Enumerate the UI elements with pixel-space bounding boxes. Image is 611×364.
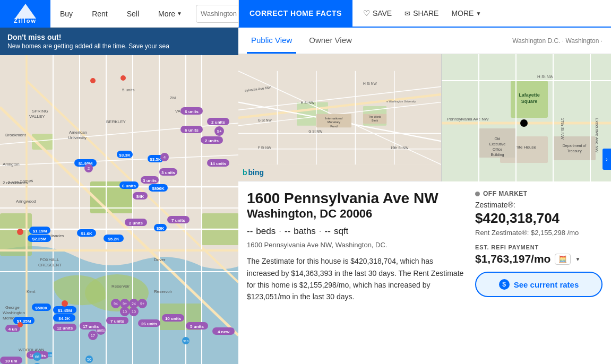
svg-text:Pennsylvania Ave NW: Pennsylvania Ave NW — [447, 117, 489, 122]
svg-text:6 units: 6 units — [185, 109, 199, 114]
pricing-sidebar: OFF MARKET Zestimate®: $420,318,704 Rent… — [475, 190, 603, 303]
nav-more[interactable]: More ▼ — [149, 0, 192, 27]
svg-text:George: George — [5, 305, 20, 310]
svg-text:Executive: Executive — [489, 142, 505, 146]
more-options-button[interactable]: MORE ▼ — [445, 0, 487, 27]
svg-text:14 units: 14 units — [210, 161, 227, 166]
svg-text:3 units: 3 units — [143, 178, 157, 183]
tab-owner-view[interactable]: Owner View — [305, 28, 356, 54]
svg-text:3 units: 3 units — [161, 170, 175, 175]
top-navigation: Zillow Buy Rent Sell More ▼ 🔍 Listing CO… — [0, 0, 611, 28]
dollar-circle-icon: $ — [499, 279, 510, 290]
svg-text:e Washington University: e Washington University — [386, 100, 416, 103]
see-current-rates-button[interactable]: $ See current rates — [475, 272, 603, 297]
svg-text:$5.2K: $5.2K — [108, 237, 119, 241]
overview-map[interactable]: Lafayette Square White House Old Executi… — [441, 54, 611, 181]
svg-text:International: International — [325, 117, 342, 120]
beds-label: beds — [256, 226, 276, 237]
zestimate-label: Zestimate®: — [475, 201, 603, 209]
nav-sell[interactable]: Sell — [117, 0, 149, 27]
refi-payment-row: $1,763,197/mo 🧮 ▼ — [475, 253, 603, 265]
save-button[interactable]: ♡ SAVE — [357, 0, 398, 27]
svg-point-209 — [520, 119, 528, 127]
share-button[interactable]: ✉ SHARE — [398, 0, 445, 27]
refi-label: EST. REFI PAYMENT — [475, 244, 603, 250]
svg-text:Reservoir: Reservoir — [154, 289, 173, 294]
svg-text:4 new: 4 new — [218, 330, 230, 334]
mortgage-calculator-button[interactable]: 🧮 — [555, 254, 571, 265]
svg-text:7 units: 7 units — [171, 218, 185, 223]
tabs-area: Public View Owner View Washington D.C. ·… — [238, 28, 611, 54]
chevron-down-icon: ▼ — [476, 11, 481, 16]
svg-text:Monetary: Monetary — [328, 120, 340, 124]
svg-text:$3.5K: $3.5K — [150, 157, 161, 162]
svg-text:Bank: Bank — [372, 119, 378, 122]
svg-text:$2.25M: $2.25M — [32, 237, 47, 241]
street-map[interactable]: sylvania Ave NW H St NW H St NW G St NW … — [238, 54, 441, 181]
nav-rent[interactable]: Rent — [82, 0, 117, 27]
expand-panel-button[interactable]: › — [603, 149, 611, 170]
right-panel: Public View Owner View Washington D.C. ·… — [238, 28, 611, 364]
main-body: Don't miss out! New homes are getting ad… — [0, 28, 611, 364]
svg-text:66: 66 — [35, 355, 39, 359]
svg-text:17: 17 — [91, 334, 95, 337]
refi-value: $1,763,197/mo — [475, 253, 550, 265]
svg-text:American: American — [69, 130, 87, 135]
svg-text:SPRING: SPRING — [32, 109, 48, 114]
beds-separator: · — [279, 226, 281, 237]
svg-text:7 units: 7 units — [110, 319, 124, 324]
dropdown-arrow-icon: ▼ — [575, 256, 580, 262]
baths-label: baths — [294, 226, 316, 237]
svg-text:Arlington: Arlington — [3, 162, 20, 167]
svg-text:$3.3K: $3.3K — [119, 153, 131, 158]
rent-zestimate: Rent Zestimate®: $2,155,298 /mo — [475, 229, 603, 237]
svg-text:5 units: 5 units — [122, 88, 135, 92]
dont-miss-banner: Don't miss out! New homes are getting ad… — [0, 28, 238, 55]
svg-text:Reservoir: Reservoir — [111, 284, 130, 289]
svg-text:4 un: 4 un — [8, 327, 18, 332]
svg-text:10 uni: 10 uni — [5, 359, 17, 363]
svg-text:CRESCENT: CRESCENT — [38, 263, 62, 267]
svg-text:Fund: Fund — [330, 125, 337, 128]
svg-text:GW: GW — [48, 353, 53, 357]
svg-text:17 units: 17 units — [83, 324, 99, 329]
correct-home-facts-button[interactable]: CORRECT HOME FACTS — [239, 0, 352, 27]
svg-text:$1.19M: $1.19M — [33, 229, 47, 233]
svg-text:2 units: 2 units — [211, 120, 225, 125]
svg-text:10: 10 — [123, 310, 127, 314]
property-specs: -- beds · -- baths · -- sqft — [247, 226, 467, 237]
overview-map-svg: Lafayette Square White House Old Executi… — [442, 54, 611, 181]
svg-text:6 units: 6 units — [185, 128, 199, 133]
bing-b-icon: b — [243, 168, 247, 177]
svg-text:Old: Old — [495, 137, 501, 141]
svg-marker-0 — [15, 4, 36, 19]
property-details-main: 1600 Pennsylvania Ave NW Washington, DC … — [247, 190, 467, 303]
svg-text:VALLEY: VALLEY — [29, 114, 45, 119]
svg-text:Square: Square — [521, 99, 538, 104]
svg-text:2 new homes: 2 new homes — [3, 180, 28, 185]
svg-text:9+: 9+ — [217, 129, 221, 134]
svg-text:Executive Ave NW: Executive Ave NW — [595, 118, 599, 153]
tab-public-view[interactable]: Public View — [247, 28, 296, 54]
svg-point-140 — [62, 300, 68, 307]
bing-logo: b bing — [243, 168, 264, 177]
svg-text:Aringwood: Aringwood — [16, 199, 36, 204]
svg-text:Kent: Kent — [27, 289, 36, 294]
svg-text:F St NW: F St NW — [258, 146, 272, 150]
zillow-logo-svg — [15, 4, 36, 19]
sqft-value: -- — [325, 226, 331, 237]
svg-text:2 units: 2 units — [205, 138, 219, 143]
svg-text:5 units: 5 units — [190, 324, 204, 329]
svg-text:H St NW: H St NW — [537, 74, 554, 79]
svg-text:H St NW: H St NW — [363, 82, 377, 85]
nav-buy[interactable]: Buy — [50, 0, 82, 27]
svg-text:University: University — [68, 135, 87, 140]
zillow-text: Zillow — [14, 18, 37, 24]
svg-text:Treasury: Treasury — [567, 149, 582, 153]
map-panel[interactable]: Don't miss out! New homes are getting ad… — [0, 28, 238, 364]
svg-text:$800K: $800K — [152, 186, 165, 191]
svg-text:$1.6K: $1.6K — [81, 231, 92, 236]
svg-text:50: 50 — [87, 358, 91, 361]
svg-text:Office: Office — [493, 148, 502, 151]
zillow-logo[interactable]: Zillow — [0, 0, 50, 28]
